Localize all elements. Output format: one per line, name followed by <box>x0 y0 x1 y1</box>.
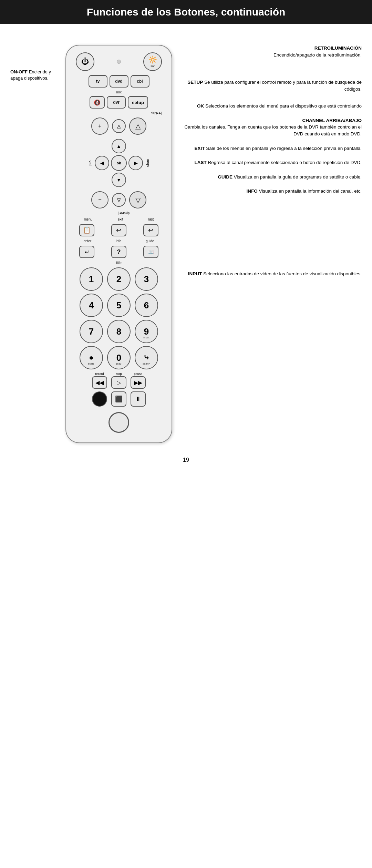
vol-up-button[interactable]: + <box>91 118 108 135</box>
on-off-annotation: ON•OFF Enciende y apaga dispositivos. <box>10 69 64 81</box>
num-4-button[interactable]: 4 <box>80 294 103 317</box>
exit-label: exit <box>118 217 123 221</box>
exit-title: EXIT <box>194 146 205 151</box>
num-7-button[interactable]: 7 <box>80 320 103 343</box>
left-annotations: ON•OFF Enciende y apaga dispositivos. <box>10 45 65 443</box>
info-label-text: info <box>116 239 121 243</box>
record-group: record ◀◀ <box>92 372 107 389</box>
stop-label: stop <box>116 372 122 376</box>
media-icon-row: record ◀◀ stop ▷ pause ▶▶ <box>72 372 165 389</box>
last-body: Regresa al canal previamente seleccionad… <box>207 160 362 165</box>
menu-exit-last-row: 📋 ↩ ↩ <box>72 224 165 236</box>
channel-title: CHANNEL ARRIBA/ABAJO <box>302 118 362 123</box>
info-body: Visualiza en pantalla la información del… <box>258 188 362 194</box>
input-body: Selecciona las entradas de video de las … <box>202 271 362 276</box>
enter-button[interactable]: ↵ <box>79 246 94 258</box>
enter-info-guide-labels: enter info guide <box>72 239 165 243</box>
nav-up-button[interactable]: ▲ <box>112 139 126 153</box>
mute-icon: 🔇 <box>94 99 101 106</box>
nav-right-button[interactable]: ▶ <box>128 156 143 170</box>
ch-down-large-button[interactable]: ▽ <box>129 191 146 208</box>
ok-body: Selecciona los elementos del menú para e… <box>204 103 362 109</box>
rewind-button[interactable]: ◀◀ <box>92 376 107 389</box>
ffwd-button[interactable]: ▶▶ <box>131 376 146 389</box>
play-icon-button[interactable]: ▷ <box>111 376 126 389</box>
setup-button[interactable]: setup <box>128 96 148 109</box>
enter-info-guide-row: ↵ ? 📖 <box>72 246 165 258</box>
pause-solid-button[interactable]: ⏸ <box>131 391 146 407</box>
power-button[interactable]: ⏻ <box>76 52 94 71</box>
num-row-2: 4 5 6 <box>72 294 165 317</box>
scan-minus-label: scan- <box>88 362 95 365</box>
dot-button[interactable]: ● scan- <box>80 346 103 369</box>
guide-title: GUIDE <box>218 174 232 180</box>
info-button[interactable]: ? <box>111 246 126 258</box>
num-9-button[interactable]: 9 input <box>135 320 158 343</box>
dvr-button[interactable]: dvr <box>107 96 126 109</box>
nav-row: vol ▲ ◀ ok ▶ ▼ chan <box>72 137 165 188</box>
last-title: LAST <box>194 160 206 165</box>
power-row: ⏻ 🔆 sat <box>72 52 165 71</box>
setup-body: Se utiliza para configurar el control re… <box>203 80 362 92</box>
cbl-button[interactable]: cbl <box>131 75 149 88</box>
num-3-button[interactable]: 3 <box>135 267 158 291</box>
num-2-button[interactable]: 2 <box>107 267 131 291</box>
num-row-3: 7 8 9 input <box>72 320 165 343</box>
mute-dvr-setup-row: 🔇 dvr setup <box>72 96 165 109</box>
remote-container: ⏻ 🔆 sat tv dvd cbl <box>65 45 172 443</box>
nav-down-button[interactable]: ▼ <box>112 173 126 187</box>
exit-body: Sale de los menús en pantalla y/o regres… <box>205 146 362 151</box>
vol-plus-ch-row: + △ △ <box>72 118 165 135</box>
record-solid-button[interactable]: ● <box>92 391 107 407</box>
nav-cross: ▲ ◀ ok ▶ ▼ <box>95 139 143 187</box>
title-label: title <box>116 261 122 265</box>
num-row-1: 1 2 3 <box>72 267 165 291</box>
num-8-button[interactable]: 8 <box>107 320 131 343</box>
ch-up-large-button[interactable]: △ <box>129 118 146 135</box>
pause-label: pause <box>134 372 143 376</box>
nav-left-button[interactable]: ◀ <box>95 156 109 170</box>
num-1-button[interactable]: 1 <box>80 267 103 291</box>
annotation-channel: CHANNEL ARRIBA/ABAJO Cambia los canales.… <box>179 117 362 137</box>
scan-plus-button[interactable]: ⤷ scan+ <box>135 346 158 369</box>
backlight-button[interactable]: 🔆 sat <box>143 52 162 71</box>
aux-label: aux <box>72 90 165 94</box>
ok-button[interactable]: ok <box>111 155 127 171</box>
device-row: tv dvd cbl <box>72 75 165 88</box>
remote-body: ⏻ 🔆 sat tv dvd cbl <box>65 45 172 443</box>
vol-minus-ch-row: − ▽ ▽ <box>72 191 165 208</box>
channel-body: Cambia los canales. Tenga en cuenta que … <box>179 124 362 137</box>
vol-label: vol <box>88 161 92 165</box>
page-header: Funciones de los Botones, continuación <box>0 0 372 24</box>
num-5-button[interactable]: 5 <box>107 294 131 317</box>
guide-body: Visualiza en pantalla la guía de program… <box>232 174 362 180</box>
stop-solid-button[interactable]: ⬛ <box>111 391 126 407</box>
sat-label: sat <box>151 64 155 68</box>
annotation-retroiluminacion: RETROILUMINACIÓN Encendido/apagado de la… <box>179 45 362 58</box>
record-label: record <box>95 372 104 376</box>
ch-down-button[interactable]: ▽ <box>112 193 126 207</box>
annotation-setup: SETUP Se utiliza para configurar el cont… <box>179 79 362 92</box>
last-button[interactable]: ↩ <box>143 224 158 236</box>
bulb-icon: 🔆 <box>148 55 157 64</box>
scan-plus-label: scan+ <box>143 362 150 365</box>
annotation-guide: GUIDE Visualiza en pantalla la guía de p… <box>179 174 362 181</box>
skip-back-label-row: |◀◀skip <box>72 211 165 215</box>
guide-button[interactable]: 📖 <box>143 246 158 258</box>
menu-button[interactable]: 📋 <box>79 224 94 236</box>
info-title: INFO <box>247 188 258 194</box>
retroiluminacion-title: RETROILUMINACIÓN <box>314 45 362 51</box>
power-icon: ⏻ <box>81 57 89 66</box>
mute-button[interactable]: 🔇 <box>90 96 105 109</box>
setup-anno-title: SETUP <box>187 80 203 85</box>
num-0-button[interactable]: 0 play <box>107 346 131 369</box>
num-6-button[interactable]: 6 <box>135 294 158 317</box>
dvd-button[interactable]: dvd <box>110 75 128 88</box>
ch-up-button[interactable]: △ <box>112 119 126 133</box>
tv-button[interactable]: tv <box>89 75 107 88</box>
vol-down-button[interactable]: − <box>91 191 108 208</box>
input-title: INPUT <box>188 271 202 276</box>
retroiluminacion-body: Encendido/apagado de la retroiluminación… <box>179 52 362 59</box>
menu-exit-last-labels: menu exit last <box>72 217 165 221</box>
exit-button[interactable]: ↩ <box>111 224 126 236</box>
